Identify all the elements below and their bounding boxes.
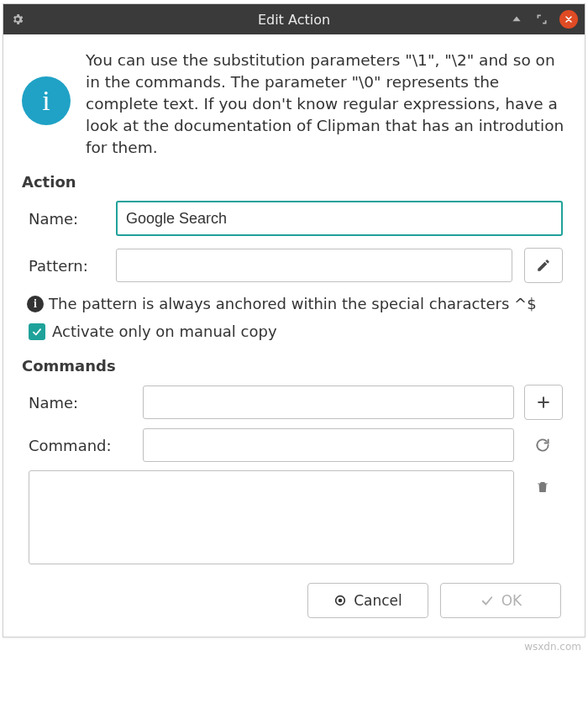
plus-icon <box>535 394 552 411</box>
dialog-window: Edit Action i You can use the substituti… <box>3 3 585 637</box>
refresh-command-button[interactable] <box>524 428 561 462</box>
refresh-icon <box>534 437 551 454</box>
activate-label: Activate only on manual copy <box>52 323 277 340</box>
cmd-command-row: Command: <box>29 428 514 462</box>
cmd-name-row: Name: <box>29 385 514 420</box>
commands-header: Commands <box>22 357 566 375</box>
watermark: wsxdn.com <box>0 637 588 653</box>
cancel-label: Cancel <box>354 592 402 609</box>
pencil-icon <box>536 258 551 273</box>
action-name-label: Name: <box>29 210 104 228</box>
action-name-input[interactable] <box>116 201 563 236</box>
cancel-button[interactable]: Cancel <box>307 583 428 618</box>
cmd-name-label: Name: <box>29 394 131 412</box>
close-button[interactable] <box>559 10 578 29</box>
edit-pattern-button[interactable] <box>524 248 563 283</box>
info-icon: i <box>22 76 71 125</box>
pattern-hint: i The pattern is always anchored within … <box>27 295 563 312</box>
intro-block: i You can use the substitution parameter… <box>22 50 566 158</box>
activate-checkbox[interactable] <box>29 323 45 340</box>
action-name-row: Name: <box>29 201 563 236</box>
cancel-icon <box>333 594 347 607</box>
info-small-icon: i <box>27 296 44 312</box>
command-list[interactable] <box>29 470 514 564</box>
cmd-name-input[interactable] <box>143 385 514 419</box>
shade-up-icon[interactable] <box>509 12 524 27</box>
gear-icon[interactable] <box>10 12 25 27</box>
action-header: Action <box>22 173 566 191</box>
ok-check-icon <box>480 593 495 608</box>
cmd-command-input[interactable] <box>143 428 514 462</box>
intro-text: You can use the substitution parameters … <box>86 50 566 158</box>
pattern-hint-text: The pattern is always anchored within th… <box>49 295 537 312</box>
action-pattern-input[interactable] <box>116 249 512 282</box>
action-pattern-row: Pattern: <box>29 248 563 283</box>
window-title: Edit Action <box>3 12 585 28</box>
cmd-command-label: Command: <box>29 437 131 454</box>
dialog-footer: Cancel OK <box>22 574 566 621</box>
maximize-icon[interactable] <box>534 12 549 27</box>
ok-button[interactable]: OK <box>440 583 561 618</box>
delete-command-button[interactable] <box>524 470 561 504</box>
svg-point-1 <box>339 599 343 603</box>
check-icon <box>31 326 43 338</box>
activate-row[interactable]: Activate only on manual copy <box>29 323 563 340</box>
trash-icon <box>535 480 550 495</box>
ok-label: OK <box>501 592 522 609</box>
action-pattern-label: Pattern: <box>29 257 104 275</box>
add-command-button[interactable] <box>524 385 563 420</box>
titlebar: Edit Action <box>3 4 585 34</box>
